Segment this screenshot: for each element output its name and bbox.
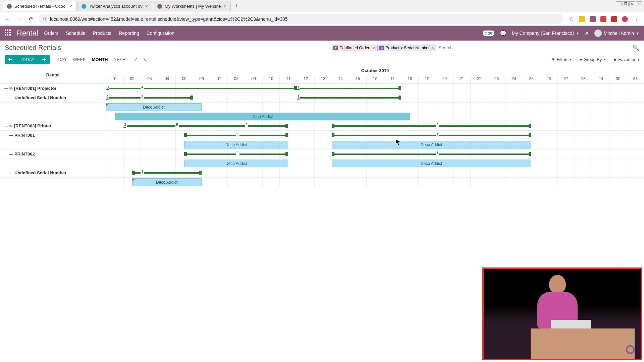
collapse-icon[interactable]: —	[4, 86, 8, 90]
menu-item-reporting[interactable]: Reporting	[119, 31, 139, 36]
day-header-cell: 29	[592, 75, 609, 83]
forward-button[interactable]: →	[15, 15, 23, 23]
profile-avatar[interactable]	[622, 16, 628, 22]
gantt-subgroup-row[interactable]: —PRINT002	[0, 149, 106, 159]
search-group-tag[interactable]: ≡ Product > Serial Number ✕	[378, 45, 436, 51]
search-filter-tag[interactable]: ▼ Confirmed Orders ✕	[332, 45, 378, 51]
browser-tab[interactable]: My Worksheets | My Website×	[153, 1, 231, 11]
scale-month[interactable]: MONTH	[92, 57, 108, 62]
tab-close-icon[interactable]: ×	[223, 4, 226, 9]
apps-menu-icon[interactable]	[0, 29, 15, 37]
user-menu[interactable]: Mitchell Admin▼	[594, 29, 639, 37]
pill-label: Deco Addict	[225, 161, 247, 166]
consolidation-marker	[132, 171, 135, 175]
consolidation-marker	[398, 86, 401, 90]
app-name[interactable]: Rental	[15, 29, 44, 38]
window-max2[interactable]: ⧉	[629, 1, 635, 6]
consolidation-marker	[285, 133, 288, 137]
ext-icon-4[interactable]	[611, 16, 617, 22]
filter-icon: ▼	[333, 46, 338, 50]
gantt-timeline-row[interactable]: 11	[106, 131, 644, 140]
gantt-timeline-row[interactable]: 3522	[106, 121, 644, 131]
consolidation-count: 2	[436, 123, 439, 127]
day-header-cell: 11	[279, 75, 297, 83]
gantt-pill[interactable]: Deco Addict	[132, 178, 202, 186]
gantt-timeline-row[interactable]: Deco Addict	[106, 178, 644, 187]
gantt-timeline-row[interactable]: 121	[106, 93, 644, 103]
new-tab-button[interactable]: +	[231, 3, 242, 10]
day-header-cell: 22	[470, 75, 488, 83]
gantt-group-row[interactable]: —[RENT003] Printer	[0, 121, 106, 131]
gantt-pill[interactable]: Deco Addict	[332, 160, 531, 167]
browser-tab[interactable]: Scheduled Rentals - Odoo×	[3, 1, 76, 11]
trial-badge[interactable]: C20	[483, 31, 494, 36]
favorites-dropdown[interactable]: ★ Favorites ▾	[613, 57, 639, 62]
gantt-pill[interactable]: Deco Addict	[115, 113, 410, 120]
gantt-timeline: October 2019 010203040506070809101112131…	[106, 66, 644, 187]
filters-dropdown[interactable]: ▼ Filters ▾	[551, 57, 572, 62]
eye-icon[interactable]	[9, 123, 14, 128]
search-input[interactable]	[436, 44, 631, 51]
window-min[interactable]: —	[616, 1, 622, 6]
gantt-timeline-row[interactable]: 341	[106, 84, 644, 93]
window-max[interactable]: ❐	[623, 1, 629, 6]
eye-icon[interactable]	[9, 86, 14, 91]
gantt-subgroup-row[interactable]: —Undefined Serial Number	[0, 93, 106, 103]
remove-filter-icon[interactable]: ✕	[373, 46, 376, 50]
gantt-timeline-row[interactable]: 11	[106, 149, 644, 159]
scale-week[interactable]: WEEK	[73, 57, 86, 62]
gantt-subgroup-row[interactable]: —PRINT001	[0, 131, 106, 140]
collapse-icon[interactable]: —	[9, 133, 13, 137]
url-box[interactable]: ⓘ localhost:8069/web#action=452&model=sa…	[39, 14, 564, 24]
back-button[interactable]: ←	[3, 15, 11, 23]
gantt-timeline-row[interactable]: Deco Addict	[106, 103, 644, 112]
collapse-rows-icon[interactable]: ⤡	[143, 57, 147, 62]
gantt-timeline-row[interactable]: Deco AddictDeco Addict	[106, 159, 644, 168]
company-selector[interactable]: My Company (San Francisco)▼	[512, 31, 579, 36]
gantt-group-row[interactable]: —[RENT001] Projector	[0, 84, 106, 93]
ext-icon-2[interactable]	[590, 16, 596, 22]
gantt-pill[interactable]: Deco Addict	[106, 103, 202, 111]
tab-close-icon[interactable]: ×	[69, 4, 72, 9]
menu-item-schedule[interactable]: Schedule	[66, 31, 85, 36]
gantt-empty-row-header	[0, 178, 106, 187]
browser-tab[interactable]: Twitter Analytics account ov×	[77, 1, 152, 11]
gantt-pill[interactable]: Deco Addict	[184, 141, 288, 148]
consolidation-bar	[332, 154, 531, 155]
collapse-icon[interactable]: —	[9, 171, 13, 175]
gantt-today-button[interactable]: TODAY	[16, 55, 39, 64]
extensions: ⋮	[579, 14, 641, 23]
gantt-pill[interactable]: Deco Addict	[332, 141, 531, 148]
gantt-pill[interactable]: Deco Addict	[184, 160, 288, 167]
gantt-prev-button[interactable]: 🡰	[5, 55, 16, 64]
scale-year[interactable]: YEAR	[114, 57, 125, 62]
tab-close-icon[interactable]: ×	[145, 4, 148, 9]
groupby-dropdown[interactable]: ≡ Group By ▾	[580, 57, 605, 62]
ext-icon-1[interactable]	[579, 16, 585, 22]
chrome-menu-icon[interactable]: ⋮	[633, 14, 641, 23]
ext-icon-3[interactable]	[600, 16, 606, 22]
search-icon[interactable]: 🔍	[633, 45, 639, 51]
gantt-timeline-row[interactable]: 1	[106, 168, 644, 178]
bookmark-star-icon[interactable]: ☆	[568, 14, 575, 23]
gantt-next-button[interactable]: 🡲	[39, 55, 50, 64]
gantt-timeline-row[interactable]: Deco AddictDeco Addict	[106, 140, 644, 149]
expand-rows-icon[interactable]: ⤢	[134, 57, 138, 62]
collapse-icon[interactable]: —	[9, 152, 13, 156]
remove-group-icon[interactable]: ✕	[431, 46, 434, 50]
consolidation-count: 1	[297, 85, 300, 89]
close-studio-icon[interactable]: ✕	[585, 30, 589, 37]
gantt-subgroup-row[interactable]: —Undefined Serial Number	[0, 168, 106, 178]
menu-item-orders[interactable]: Orders	[44, 31, 59, 36]
scale-day[interactable]: DAY	[58, 57, 67, 62]
collapse-icon[interactable]: —	[9, 96, 13, 100]
menu-item-configuration[interactable]: Configuration	[147, 31, 174, 36]
reload-button[interactable]: ⟳	[28, 14, 35, 23]
messaging-icon[interactable]: 💬	[500, 30, 506, 37]
window-close[interactable]: ✕	[636, 1, 642, 6]
collapse-icon[interactable]: —	[4, 124, 8, 128]
gantt-timeline-row[interactable]: Deco Addict	[106, 112, 644, 121]
site-info-icon[interactable]: ⓘ	[43, 16, 47, 22]
day-header-cell: 18	[401, 75, 418, 83]
menu-item-products[interactable]: Products	[93, 31, 111, 36]
